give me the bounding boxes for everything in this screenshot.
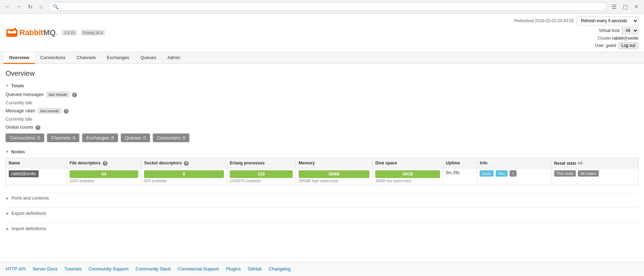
- import-header[interactable]: ► Import definitions: [6, 223, 638, 234]
- split-view-icon[interactable]: ▢: [621, 2, 629, 11]
- svg-rect-2: [13, 31, 16, 33]
- ports-header[interactable]: ► Ports and contexts: [6, 192, 638, 203]
- browser-chrome: ← → ↻ ⌂ 🔍 localhost:15672 ☰ ▢ ≡: [0, 0, 644, 14]
- erlang-processes-cell: 319 1048576 available: [227, 168, 296, 185]
- footer-link-http-api[interactable]: HTTP API: [6, 266, 26, 271]
- user-row: User guest Log out: [595, 42, 638, 49]
- socket-descriptors-help-icon[interactable]: ?: [184, 161, 189, 166]
- currently-idle-2: Currently idle: [6, 116, 32, 122]
- nav-tabs: Overview Connections Channels Exchanges …: [0, 52, 644, 64]
- erlang-processes-sub: 1048576 available: [230, 179, 293, 183]
- queued-messages-badge[interactable]: last minute: [46, 92, 70, 97]
- queued-messages-help-icon[interactable]: ?: [72, 92, 77, 97]
- nodes-table-header-row: Name File descriptors ? Socket descripto…: [6, 158, 638, 168]
- export-section: ► Export definitions: [6, 208, 638, 219]
- logo-text: Rabbit: [19, 28, 43, 37]
- totals-toggle-icon: ▼: [6, 84, 9, 88]
- nodes-label: Nodes: [11, 149, 25, 154]
- badge-basic[interactable]: basic: [480, 170, 494, 177]
- file-descriptors-sub: 1024 available: [70, 179, 138, 183]
- info-cell: basic disc 1: [477, 168, 551, 185]
- tab-overview[interactable]: Overview: [3, 52, 35, 64]
- forward-button[interactable]: →: [15, 2, 23, 11]
- all-nodes-btn[interactable]: All nodes: [578, 170, 598, 177]
- currently-idle-1-row: Currently idle: [6, 100, 638, 105]
- count-buttons: Connections: 0 Channels: 0 Exchanges: 8 …: [6, 133, 638, 142]
- user-name: guest: [606, 43, 616, 48]
- exchanges-count-btn[interactable]: Exchanges: 8: [82, 133, 118, 142]
- nodes-header[interactable]: ▼ Nodes: [6, 149, 638, 154]
- reset-stats-cell: This node All nodes: [551, 168, 638, 185]
- this-node-btn[interactable]: This node: [554, 170, 576, 177]
- plus-minus-btn[interactable]: +/-: [578, 160, 583, 166]
- global-counts-label: Global counts: [6, 124, 33, 130]
- export-header[interactable]: ► Export definitions: [6, 208, 638, 219]
- footer-link-changelog[interactable]: Changelog: [269, 266, 291, 271]
- file-descriptors-help-icon[interactable]: ?: [103, 161, 108, 166]
- home-button[interactable]: ⌂: [37, 2, 45, 11]
- svg-rect-1: [8, 31, 10, 33]
- socket-descriptors-cell: 0 829 available: [141, 168, 227, 185]
- erlang-processes-bar: 319: [230, 170, 293, 178]
- global-counts-help-icon[interactable]: ?: [36, 125, 40, 130]
- tab-exchanges[interactable]: Exchanges: [101, 52, 135, 64]
- channels-count-btn[interactable]: Channels: 0: [47, 133, 79, 142]
- footer-link-community-support[interactable]: Community Support: [88, 266, 128, 271]
- virtual-host-row: Virtual host All: [599, 27, 638, 34]
- reload-button[interactable]: ↻: [26, 2, 34, 11]
- menu-icon[interactable]: ≡: [632, 2, 641, 11]
- ports-label: Ports and contexts: [11, 195, 49, 201]
- search-icon: 🔍: [53, 4, 58, 9]
- tab-admin[interactable]: Admin: [162, 52, 186, 64]
- message-rates-badge[interactable]: last minute: [38, 108, 61, 114]
- import-section: ► Import definitions: [6, 223, 638, 234]
- url-input[interactable]: localhost:15672: [61, 4, 603, 9]
- memory-sub: 385MB high watermark: [299, 179, 369, 183]
- footer-link-tutorials[interactable]: Tutorials: [64, 266, 81, 271]
- address-bar: 🔍 localhost:15672: [48, 2, 607, 11]
- currently-idle-2-row: Currently idle: [6, 116, 638, 122]
- uptime-value: 5m 29s: [446, 170, 460, 175]
- disk-space-cell: 39GB 48MB low watermark: [372, 168, 443, 185]
- logout-button[interactable]: Log out: [618, 42, 638, 49]
- node-name-cell: rabbit@smile: [6, 168, 67, 185]
- nodes-table: Name File descriptors ? Socket descripto…: [6, 158, 638, 185]
- logo-dot: .: [56, 28, 58, 37]
- back-button[interactable]: ←: [3, 2, 12, 11]
- main-content: Overview ▼ Totals Queued messages last m…: [0, 64, 644, 262]
- cluster-label: Cluster: [598, 36, 611, 41]
- col-socket-descriptors: Socket descriptors ?: [141, 158, 227, 168]
- table-row: rabbit@smile 54 1024 available 0 829 ava…: [6, 168, 638, 185]
- badge-disc[interactable]: disc: [496, 170, 508, 177]
- footer-link-server-docs[interactable]: Server Docs: [33, 266, 58, 271]
- rabbitmq-logo-icon: [6, 26, 18, 39]
- consumers-count-btn[interactable]: Consumers: 0: [153, 133, 189, 142]
- tab-channels[interactable]: Channels: [71, 52, 101, 64]
- queues-count-btn[interactable]: Queues: 0: [121, 133, 150, 142]
- footer-link-github[interactable]: GitHub: [248, 266, 262, 271]
- virtual-host-select[interactable]: All: [622, 27, 638, 34]
- import-arrow-icon: ►: [6, 227, 9, 231]
- export-label: Export definitions: [11, 211, 46, 216]
- connections-count-btn[interactable]: Connections: 0: [6, 133, 44, 142]
- uptime-cell: 5m 29s: [443, 168, 477, 185]
- refresh-select[interactable]: Refresh every 5 seconds Refresh every 10…: [576, 16, 638, 25]
- tab-queues[interactable]: Queues: [135, 52, 162, 64]
- currently-idle-1: Currently idle: [6, 100, 32, 105]
- footer-link-plugins[interactable]: Plugins: [226, 266, 241, 271]
- tab-connections[interactable]: Connections: [35, 52, 71, 64]
- virtual-host-label: Virtual host: [599, 28, 620, 33]
- memory-bar: 59MB: [299, 170, 369, 178]
- footer-link-commercial-support[interactable]: Commercial Support: [178, 266, 219, 271]
- col-uptime: Uptime: [443, 158, 477, 168]
- top-right: Refreshed 2018-02-03 20:43:25 Refresh ev…: [515, 16, 638, 49]
- nodes-toggle-icon: ▼: [6, 150, 9, 154]
- totals-header[interactable]: ▼ Totals: [6, 83, 638, 88]
- footer-link-community-slack[interactable]: Community Slack: [135, 266, 171, 271]
- bookmarks-icon[interactable]: ☰: [610, 2, 618, 11]
- user-label: User: [595, 43, 604, 48]
- app-container: RabbitMQ. 3.6.15 Erlang 18.3 Refreshed 2…: [0, 14, 644, 276]
- badge-num: 1: [510, 170, 517, 177]
- message-rates-help-icon[interactable]: ?: [64, 109, 69, 114]
- totals-section: ▼ Totals Queued messages last minute ? C…: [6, 83, 638, 142]
